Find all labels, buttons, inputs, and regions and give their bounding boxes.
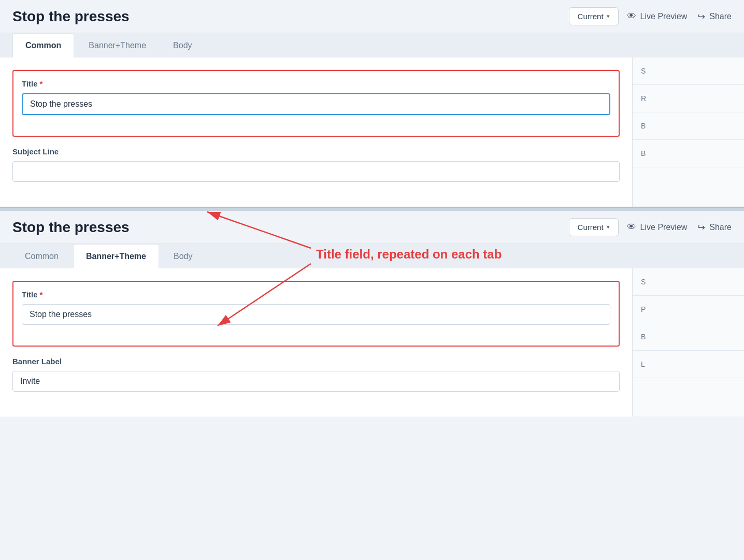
- version-dropdown-1[interactable]: Current ▾: [569, 7, 619, 25]
- title-input-2[interactable]: [22, 304, 610, 325]
- page-title-2: Stop the presses: [12, 219, 561, 236]
- content-area-2: Title * Banner Label: [0, 268, 632, 417]
- share-icon-1: ↪: [697, 11, 705, 22]
- eye-icon-1: 👁: [627, 11, 636, 22]
- panel-1: Stop the presses Current ▾ 👁 Live Previe…: [0, 0, 744, 207]
- sidebar-item-6: P: [633, 296, 744, 323]
- right-sidebar-1: S R B B: [632, 58, 744, 207]
- panel-2-layout: Title * Banner Label: [0, 268, 744, 417]
- title-field-box-1: Title *: [12, 70, 620, 137]
- header-actions-2: 👁 Live Preview ↪ Share: [627, 222, 732, 233]
- live-preview-label-2: Live Preview: [640, 223, 688, 232]
- sidebar-item-7: B: [633, 323, 744, 351]
- page-wrapper: Stop the presses Current ▾ 👁 Live Previe…: [0, 0, 744, 417]
- tab-banner-theme-2[interactable]: Banner+Theme: [73, 244, 159, 269]
- share-label-1: Share: [709, 12, 732, 21]
- tab-common-2[interactable]: Common: [12, 245, 71, 268]
- tab-body-1[interactable]: Body: [161, 34, 204, 58]
- header-actions-1: 👁 Live Preview ↪ Share: [627, 11, 732, 22]
- right-sidebar-2: S P B L: [632, 268, 744, 417]
- content-area-1: Title * Subject Line: [0, 58, 632, 207]
- header-2: Stop the presses Current ▾ 👁 Live Previe…: [0, 211, 744, 244]
- title-label-1: Title *: [22, 79, 610, 88]
- tabs-2: Common Banner+Theme Body: [0, 244, 744, 268]
- chevron-down-icon-1: ▾: [607, 13, 610, 20]
- required-star-1: *: [40, 79, 43, 88]
- main-content-2: Title * Banner Label: [0, 268, 632, 417]
- title-field-box-2: Title *: [12, 281, 620, 347]
- live-preview-button-1[interactable]: 👁 Live Preview: [627, 11, 688, 22]
- share-button-2[interactable]: ↪ Share: [697, 222, 732, 233]
- header-1: Stop the presses Current ▾ 👁 Live Previe…: [0, 0, 744, 33]
- share-icon-2: ↪: [697, 222, 705, 233]
- sidebar-item-3: B: [633, 112, 744, 140]
- tab-banner-theme-1[interactable]: Banner+Theme: [76, 34, 159, 58]
- banner-label-field-group-2: Banner Label: [12, 357, 620, 392]
- banner-label-input-2[interactable]: [12, 371, 620, 392]
- version-label-2: Current: [578, 223, 604, 232]
- eye-icon-2: 👁: [627, 222, 636, 233]
- subject-line-label-1: Subject Line: [12, 147, 620, 156]
- title-label-2: Title *: [22, 290, 610, 299]
- tab-common-1[interactable]: Common: [12, 33, 74, 58]
- chevron-down-icon-2: ▾: [607, 224, 610, 231]
- section-divider: [0, 207, 744, 211]
- sidebar-item-1: S: [633, 58, 744, 85]
- panel-2: Stop the presses Current ▾ 👁 Live Previe…: [0, 211, 744, 417]
- tabs-1: Common Banner+Theme Body: [0, 33, 744, 58]
- subject-line-input-1[interactable]: [12, 161, 620, 182]
- main-content-1: Title * Subject Line: [0, 58, 632, 207]
- version-label-1: Current: [578, 12, 604, 21]
- share-label-2: Share: [709, 223, 732, 232]
- title-field-group-1: Title *: [22, 79, 610, 115]
- version-dropdown-2[interactable]: Current ▾: [569, 218, 619, 236]
- sidebar-item-2: R: [633, 85, 744, 112]
- panel-1-layout: Title * Subject Line: [0, 58, 744, 207]
- share-button-1[interactable]: ↪ Share: [697, 11, 732, 22]
- page-title-1: Stop the presses: [12, 8, 561, 25]
- title-field-group-2: Title *: [22, 290, 610, 325]
- sidebar-item-8: L: [633, 351, 744, 378]
- required-star-2: *: [40, 290, 43, 299]
- banner-label-label-2: Banner Label: [12, 357, 620, 366]
- tab-body-2[interactable]: Body: [161, 245, 205, 268]
- sidebar-item-5: S: [633, 268, 744, 296]
- subject-line-field-group-1: Subject Line: [12, 147, 620, 182]
- sidebar-item-4: B: [633, 140, 744, 167]
- title-input-1[interactable]: [22, 93, 610, 115]
- live-preview-label-1: Live Preview: [640, 12, 688, 21]
- live-preview-button-2[interactable]: 👁 Live Preview: [627, 222, 688, 233]
